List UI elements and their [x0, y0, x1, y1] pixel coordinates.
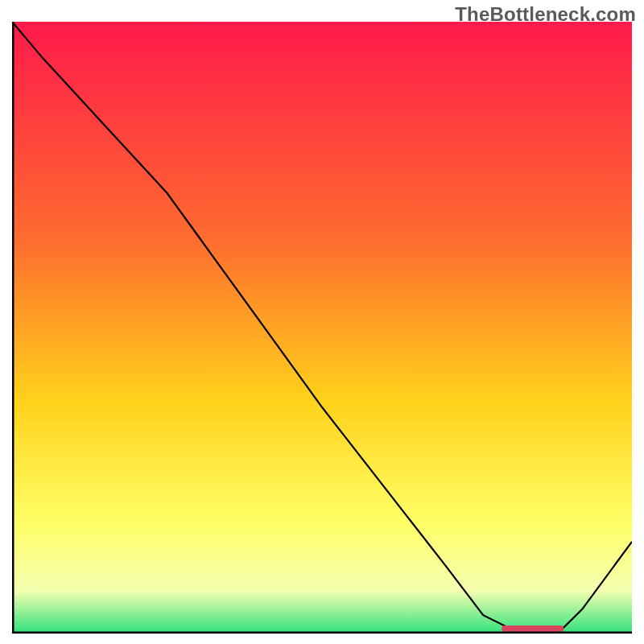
chart-stage: TheBottleneck.com — [0, 0, 644, 644]
gradient-background — [12, 22, 632, 634]
plot-area — [12, 22, 632, 634]
optimum-range-marker — [502, 625, 564, 632]
chart-svg — [12, 22, 632, 634]
watermark-label: TheBottleneck.com — [455, 3, 636, 26]
